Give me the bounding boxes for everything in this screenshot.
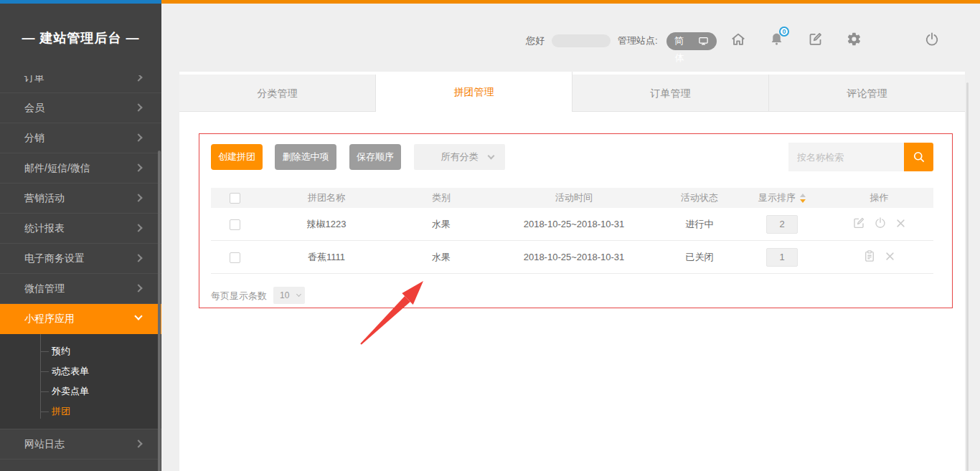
tab-groupbuy-management[interactable]: 拼团管理 bbox=[376, 72, 573, 112]
sidebar-item-label: 微信管理 bbox=[24, 282, 65, 294]
language-char: 简 bbox=[674, 34, 684, 47]
sort-order-field[interactable]: 2 bbox=[766, 215, 798, 234]
delete-close-icon[interactable] bbox=[895, 218, 906, 229]
cell-name: 辣椒1223 bbox=[258, 218, 395, 231]
chevron-down-icon bbox=[134, 312, 142, 320]
chevron-down-icon bbox=[296, 292, 301, 297]
header-status: 活动状态 bbox=[660, 191, 739, 204]
per-page-select[interactable]: 10 bbox=[273, 287, 305, 304]
chevron-right-icon bbox=[134, 75, 142, 81]
tab-bar: 分类管理 拼团管理 订单管理 评论管理 bbox=[179, 72, 965, 112]
tab-category-management[interactable]: 分类管理 bbox=[179, 75, 376, 112]
sidebar-subitem-label: 拼团 bbox=[52, 406, 70, 417]
delete-selected-button[interactable]: 删除选中项 bbox=[275, 144, 336, 170]
sidebar-item-orders-partial[interactable]: 订单 bbox=[0, 75, 161, 93]
power-logout-icon[interactable] bbox=[923, 31, 940, 47]
cell-name: 香蕉1111 bbox=[258, 251, 395, 264]
topbar-greeting-row: 您好 管理站点: 简 体 bbox=[526, 32, 717, 50]
site-label: 管理站点: bbox=[618, 34, 658, 47]
sidebar-item-distribution[interactable]: 分销 bbox=[0, 123, 161, 153]
header-name: 拼团名称 bbox=[258, 191, 395, 204]
sidebar-item-ecommerce-settings[interactable]: 电子商务设置 bbox=[0, 244, 161, 274]
greeting-text: 您好 bbox=[526, 34, 545, 47]
tab-order-management[interactable]: 订单管理 bbox=[573, 75, 769, 112]
sidebar-item-mail-sms-wechat[interactable]: 邮件/短信/微信 bbox=[0, 153, 161, 184]
language-switch[interactable]: 简 体 bbox=[666, 32, 717, 50]
sidebar-subitem-takeout-order[interactable]: 外卖点单 bbox=[0, 381, 161, 401]
sidebar-item-label: 网站日志 bbox=[24, 438, 65, 449]
notification-badge: 0 bbox=[779, 27, 789, 37]
sidebar-subitem-label: 预约 bbox=[52, 346, 70, 356]
search-button[interactable] bbox=[904, 143, 933, 171]
category-filter-dropdown[interactable]: 所有分类 bbox=[414, 144, 505, 170]
header-time: 活动时间 bbox=[488, 191, 660, 204]
admin-page: — 建站管理后台 — 订单 会员 分销 邮件/短信/微信 营销活动 bbox=[0, 0, 980, 471]
sidebar-item-label: 电子商务设置 bbox=[24, 252, 85, 264]
disable-power-icon[interactable] bbox=[874, 217, 887, 229]
row-checkbox[interactable] bbox=[230, 252, 240, 263]
sidebar-subitem-booking[interactable]: 预约 bbox=[0, 341, 161, 361]
sidebar-item-label: 分销 bbox=[24, 132, 44, 143]
apps-grid-icon[interactable] bbox=[885, 31, 901, 47]
sidebar-item-site-logs[interactable]: 网站日志 bbox=[0, 429, 161, 460]
sidebar-item-label: 邮件/短信/微信 bbox=[24, 162, 90, 173]
save-order-button[interactable]: 保存顺序 bbox=[349, 144, 401, 170]
page-scrollbar[interactable] bbox=[966, 82, 969, 471]
cell-category: 水果 bbox=[395, 251, 488, 264]
edit-icon[interactable] bbox=[852, 217, 865, 229]
sidebar-subitem-dynamic-form[interactable]: 动态表单 bbox=[0, 361, 161, 381]
clipboard-icon[interactable] bbox=[863, 249, 876, 262]
sidebar-subitem-label: 动态表单 bbox=[52, 366, 89, 376]
chevron-right-icon bbox=[134, 163, 142, 171]
sidebar-item-label: 会员 bbox=[24, 102, 44, 113]
per-page-value: 10 bbox=[280, 290, 289, 300]
sidebar: — 建站管理后台 — 订单 会员 分销 邮件/短信/微信 营销活动 bbox=[0, 4, 161, 471]
sidebar-scrollbar[interactable] bbox=[158, 151, 161, 471]
sort-desc-icon bbox=[800, 199, 806, 203]
sidebar-item-label: 订单 bbox=[24, 75, 44, 83]
table-row: 香蕉1111 水果 2018-10-25~2018-10-31 已关闭 1 bbox=[211, 241, 933, 274]
sidebar-item-members[interactable]: 会员 bbox=[0, 93, 161, 123]
chevron-down-icon bbox=[488, 153, 495, 160]
category-filter-label: 所有分类 bbox=[441, 151, 479, 162]
sidebar-item-label: 小程序应用 bbox=[24, 313, 75, 324]
sort-order-field[interactable]: 1 bbox=[766, 248, 798, 267]
sidebar-item-miniprogram-apps[interactable]: 小程序应用 bbox=[0, 304, 161, 334]
table-header-row: 拼团名称 类别 活动时间 活动状态 显示排序 操作 bbox=[211, 188, 933, 208]
cell-status: 已关闭 bbox=[660, 251, 739, 264]
chevron-right-icon bbox=[134, 439, 142, 447]
table-row: 辣椒1223 水果 2018-10-25~2018-10-31 进行中 2 bbox=[211, 208, 933, 241]
cell-time: 2018-10-25~2018-10-31 bbox=[488, 252, 660, 262]
sidebar-item-wechat-management[interactable]: 微信管理 bbox=[0, 274, 161, 304]
sidebar-subitem-group-buy[interactable]: 拼团 bbox=[0, 401, 161, 422]
sidebar-menu: 订单 会员 分销 邮件/短信/微信 营销活动 统计报表 bbox=[0, 75, 161, 471]
sidebar-item-label: 统计报表 bbox=[24, 222, 65, 234]
chevron-right-icon bbox=[134, 284, 142, 292]
cell-status: 进行中 bbox=[660, 218, 739, 231]
header-sort: 显示排序 bbox=[758, 191, 796, 204]
sort-asc-icon bbox=[800, 194, 806, 197]
header-category: 类别 bbox=[395, 191, 488, 204]
notifications-bell-icon[interactable]: 0 bbox=[768, 31, 785, 47]
sidebar-item-marketing[interactable]: 营销活动 bbox=[0, 184, 161, 214]
delete-close-icon[interactable] bbox=[885, 251, 895, 262]
edit-icon[interactable] bbox=[807, 31, 824, 47]
sidebar-item-reports[interactable]: 统计报表 bbox=[0, 214, 161, 244]
select-all-checkbox[interactable] bbox=[230, 193, 240, 204]
row-checkbox[interactable] bbox=[230, 219, 240, 230]
home-icon[interactable] bbox=[730, 31, 746, 47]
sidebar-item-label: 营销活动 bbox=[24, 192, 65, 204]
create-groupbuy-button[interactable]: 创建拼团 bbox=[211, 144, 263, 170]
sidebar-subitem-label: 外卖点单 bbox=[52, 386, 89, 396]
sort-toggle[interactable] bbox=[800, 194, 806, 203]
chevron-right-icon bbox=[134, 254, 142, 262]
settings-gear-icon[interactable] bbox=[846, 31, 862, 47]
sidebar-title: — 建站管理后台 — bbox=[0, 29, 161, 47]
topbar-icons: 0 bbox=[730, 31, 940, 47]
sidebar-submenu: 预约 动态表单 外卖点单 拼团 bbox=[0, 334, 161, 429]
groupbuy-table: 拼团名称 类别 活动时间 活动状态 显示排序 操作 辣椒1223 水果 2018… bbox=[211, 188, 933, 274]
tab-comment-management[interactable]: 评论管理 bbox=[769, 75, 965, 112]
search-input[interactable] bbox=[788, 143, 904, 171]
cell-category: 水果 bbox=[395, 218, 488, 231]
language-char-overflow: 体 bbox=[675, 52, 684, 65]
